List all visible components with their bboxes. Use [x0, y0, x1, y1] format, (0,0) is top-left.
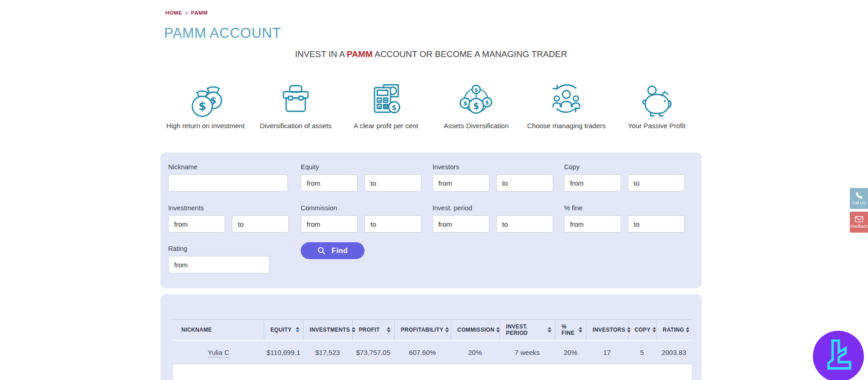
col-fine[interactable]: % FINE	[555, 320, 586, 340]
coins-network-icon: $ $ $ $	[431, 73, 521, 118]
col-profit[interactable]: PROFIT	[352, 320, 394, 340]
cell-equity: $110,699.1	[264, 340, 303, 364]
field-rating: Rating	[168, 245, 269, 273]
feature-label: Diversification of assets	[251, 122, 341, 130]
feature-high-return: $ $ High return on investment	[160, 73, 251, 130]
investors-to-input[interactable]	[496, 174, 553, 192]
svg-text:$: $	[473, 101, 479, 111]
equity-from-input[interactable]	[301, 174, 358, 192]
copy-label: Copy	[564, 163, 685, 171]
field-commission: Commission	[301, 204, 421, 233]
investments-label: Investments	[168, 204, 289, 212]
find-button-label: Find	[332, 247, 348, 255]
cell-commission: 20%	[451, 340, 499, 364]
traders-cycle-icon	[521, 73, 611, 118]
col-copy[interactable]: COPY	[628, 320, 656, 340]
fine-label: % fine	[564, 204, 685, 212]
feature-clear-profit: + x $ A clear profit per cent	[341, 73, 431, 130]
field-fine: % fine	[564, 204, 685, 233]
breadcrumb-home-link[interactable]: HOME	[165, 10, 182, 16]
sort-icon	[548, 327, 551, 333]
cell-rating: 2003.83	[656, 340, 692, 364]
feature-passive-profit: Your Passive Profit	[611, 73, 702, 130]
results-panel: NICKNAME EQUITY INVESTMENTS PROFIT PROFI…	[160, 294, 702, 380]
copy-to-input[interactable]	[628, 174, 685, 192]
col-investors[interactable]: INVESTORS	[586, 320, 628, 340]
envelope-icon	[855, 216, 863, 223]
col-investments[interactable]: INVESTMENTS	[303, 320, 352, 340]
cell-investments: $17,523	[303, 340, 352, 364]
field-equity: Equity	[301, 163, 421, 192]
piggy-bank-icon	[611, 73, 702, 118]
field-investors: Investors	[432, 163, 553, 192]
cell-profitability: 607.60%	[394, 340, 451, 364]
feature-choose-traders: Choose managing traders	[521, 73, 611, 130]
table-header-row: NICKNAME EQUITY INVESTMENTS PROFIT PROFI…	[173, 320, 692, 340]
investors-label: Investors	[432, 163, 553, 171]
cell-investors: 17	[586, 340, 628, 364]
breadcrumb-separator: >	[185, 10, 188, 16]
cell-invest-period: 7 weeks	[499, 340, 555, 364]
subtitle-highlight: PAMM	[347, 49, 373, 59]
col-commission[interactable]: COMMISSION	[451, 320, 499, 340]
sort-icon	[686, 327, 689, 333]
nickname-label: Nickname	[168, 163, 288, 171]
table-row: Yulia C $110,699.1 $17,523 $73,757.05 60…	[173, 340, 692, 364]
svg-text:$: $	[474, 87, 478, 93]
phone-icon	[855, 192, 863, 199]
subtitle-suffix: ACCOUNT OR BECOME A MANAGING TRADER	[373, 49, 567, 59]
money-bags-icon: $ $	[160, 73, 251, 118]
sort-icon	[387, 327, 390, 333]
sort-icon	[652, 327, 656, 333]
equity-to-input[interactable]	[365, 174, 421, 192]
feedback-label: Feedback	[850, 224, 867, 229]
trader-link[interactable]: Yulia C	[208, 349, 230, 358]
field-nickname: Nickname	[168, 163, 288, 192]
fine-from-input[interactable]	[564, 215, 621, 233]
col-equity[interactable]: EQUITY	[264, 320, 303, 340]
svg-text:$: $	[485, 99, 489, 106]
investments-to-input[interactable]	[232, 215, 289, 233]
col-rating[interactable]: RATING	[656, 320, 692, 340]
invest-period-from-input[interactable]	[432, 215, 489, 233]
field-investments: Investments	[168, 204, 289, 233]
invest-period-to-input[interactable]	[496, 215, 553, 233]
feature-label: Assets Diversification	[431, 122, 521, 130]
svg-text:$: $	[463, 100, 467, 107]
commission-to-input[interactable]	[365, 215, 421, 233]
sort-icon	[296, 327, 299, 333]
cell-nickname: Yulia C	[173, 340, 264, 364]
next-table-row-partial	[173, 364, 692, 380]
results-table: NICKNAME EQUITY INVESTMENTS PROFIT PROFI…	[173, 319, 692, 364]
filter-panel: Nickname Equity Investors Copy Investmen…	[160, 152, 702, 288]
commission-from-input[interactable]	[301, 215, 358, 233]
breadcrumb-current: PAMM	[191, 10, 208, 16]
rating-label: Rating	[168, 245, 269, 252]
svg-text:+: +	[378, 98, 381, 103]
page-subtitle: INVEST IN A PAMM ACCOUNT OR BECOME A MAN…	[160, 49, 702, 59]
brand-logo-icon[interactable]	[812, 329, 865, 380]
rating-from-input[interactable]	[168, 256, 269, 273]
col-nickname: NICKNAME	[173, 320, 264, 340]
investors-from-input[interactable]	[432, 174, 489, 192]
commission-label: Commission	[301, 204, 421, 212]
field-copy: Copy	[564, 163, 685, 192]
investments-from-input[interactable]	[168, 215, 225, 233]
svg-text:x: x	[378, 105, 381, 109]
breadcrumb: HOME>PAMM	[165, 10, 208, 16]
sort-icon	[445, 327, 449, 333]
feature-diversification: Diversification of assets	[251, 73, 341, 130]
feature-label: Your Passive Profit	[611, 122, 702, 130]
briefcase-icon	[251, 73, 341, 118]
fine-to-input[interactable]	[628, 215, 685, 233]
call-us-button[interactable]: Call US	[850, 188, 868, 209]
feature-label: Choose managing traders	[521, 122, 611, 130]
feature-label: A clear profit per cent	[341, 122, 431, 130]
copy-from-input[interactable]	[564, 174, 621, 192]
svg-text:$: $	[199, 100, 206, 113]
nickname-input[interactable]	[168, 174, 288, 192]
find-button[interactable]: Find	[301, 242, 365, 259]
feedback-button[interactable]: Feedback	[850, 212, 868, 233]
col-profitability[interactable]: PROFITABILITY	[394, 320, 451, 340]
col-invest-period[interactable]: INVEST. PERIOD	[499, 320, 555, 340]
